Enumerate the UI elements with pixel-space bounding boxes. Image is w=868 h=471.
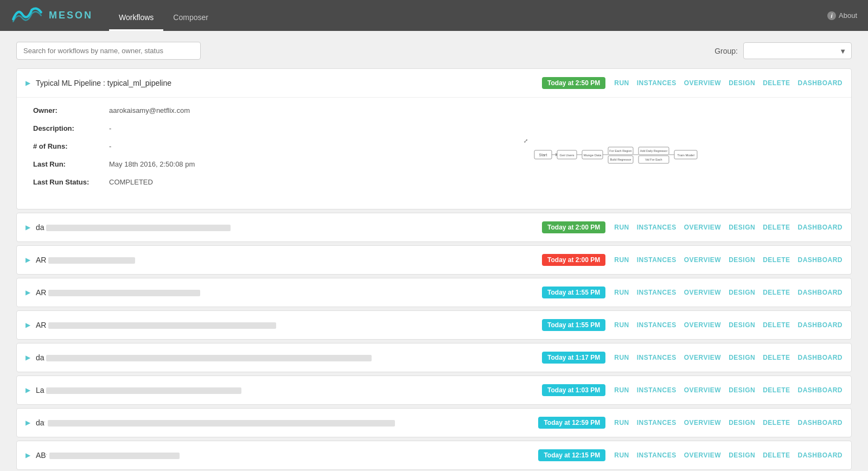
workflow-actions: RUN INSTANCES OVERVIEW DESIGN DELETE DAS…	[614, 256, 843, 264]
workflow-card: ▶ AR Today at 1:55 PM RUN INSTANCES OVER…	[16, 278, 852, 307]
expand-icon[interactable]: ▶	[25, 289, 30, 296]
logo-icon	[11, 5, 43, 27]
dashboard-link[interactable]: DASHBOARD	[798, 224, 843, 231]
run-link[interactable]: RUN	[614, 419, 629, 427]
run-link[interactable]: RUN	[614, 451, 629, 459]
overview-link[interactable]: OVERVIEW	[684, 354, 721, 361]
instances-link[interactable]: INSTANCES	[637, 386, 676, 394]
instances-link[interactable]: INSTANCES	[637, 79, 676, 87]
tab-composer[interactable]: Composer	[163, 0, 218, 31]
overview-link[interactable]: OVERVIEW	[684, 321, 721, 329]
time-badge: Today at 12:59 PM	[538, 417, 605, 429]
owner-value: aarokaisamy@netflix.com	[109, 106, 190, 114]
workflow-name: da	[36, 223, 542, 232]
expand-icon[interactable]: ▶	[25, 256, 30, 264]
overview-link[interactable]: OVERVIEW	[684, 386, 721, 394]
dashboard-link[interactable]: DASHBOARD	[798, 419, 843, 427]
about-button[interactable]: i About	[827, 11, 857, 20]
pipeline-preview: ⤢ Start Get Users Munge Data	[445, 106, 835, 196]
design-link[interactable]: DESIGN	[729, 79, 755, 87]
group-control: Group: ▼	[714, 42, 852, 59]
instances-link[interactable]: INSTANCES	[637, 419, 676, 427]
overview-link[interactable]: OVERVIEW	[684, 451, 721, 459]
workflow-card: ▶ La Today at 1:03 PM RUN INSTANCES OVER…	[16, 375, 852, 405]
svg-text:⤢: ⤢	[524, 138, 528, 144]
workflow-card: ▶ da. Today at 12:59 PM RUN INSTANCES OV…	[16, 408, 852, 437]
overview-link[interactable]: OVERVIEW	[684, 79, 721, 87]
run-link[interactable]: RUN	[614, 79, 629, 87]
run-link[interactable]: RUN	[614, 224, 629, 231]
overview-link[interactable]: OVERVIEW	[684, 289, 721, 296]
workflow-row: ▶ AR Today at 2:00 PM RUN INSTANCES OVER…	[17, 246, 851, 274]
delete-link[interactable]: DELETE	[763, 79, 790, 87]
dashboard-link[interactable]: DASHBOARD	[798, 321, 843, 329]
workflow-actions: RUN INSTANCES OVERVIEW DESIGN DELETE DAS…	[614, 79, 843, 87]
design-link[interactable]: DESIGN	[729, 386, 755, 394]
delete-link[interactable]: DELETE	[763, 451, 790, 459]
design-link[interactable]: DESIGN	[729, 224, 755, 231]
detail-table: Owner: aarokaisamy@netflix.com Descripti…	[33, 106, 423, 196]
overview-link[interactable]: OVERVIEW	[684, 224, 721, 231]
overview-link[interactable]: OVERVIEW	[684, 419, 721, 427]
svg-text:Train Model: Train Model	[677, 154, 694, 157]
run-link[interactable]: RUN	[614, 321, 629, 329]
group-select[interactable]	[743, 42, 852, 59]
dashboard-link[interactable]: DASHBOARD	[798, 386, 843, 394]
workflow-card: ▶ AR Today at 2:00 PM RUN INSTANCES OVER…	[16, 245, 852, 275]
delete-link[interactable]: DELETE	[763, 386, 790, 394]
time-badge: Today at 1:17 PM	[542, 352, 605, 364]
dashboard-link[interactable]: DASHBOARD	[798, 79, 843, 87]
design-link[interactable]: DESIGN	[729, 289, 755, 296]
info-icon: i	[827, 11, 836, 20]
workflow-actions: RUN INSTANCES OVERVIEW DESIGN DELETE DAS…	[614, 224, 843, 231]
tab-workflows[interactable]: Workflows	[109, 0, 163, 31]
delete-link[interactable]: DELETE	[763, 354, 790, 361]
design-link[interactable]: DESIGN	[729, 321, 755, 329]
last-run-row: Last Run: May 18th 2016, 2:50:08 pm	[33, 160, 423, 168]
run-link[interactable]: RUN	[614, 256, 629, 264]
design-link[interactable]: DESIGN	[729, 451, 755, 459]
instances-link[interactable]: INSTANCES	[637, 354, 676, 361]
design-link[interactable]: DESIGN	[729, 419, 755, 427]
expand-icon[interactable]: ▶	[25, 354, 30, 361]
expand-icon[interactable]: ▶	[25, 321, 30, 329]
dashboard-link[interactable]: DASHBOARD	[798, 451, 843, 459]
delete-link[interactable]: DELETE	[763, 321, 790, 329]
workflow-row: ▶ La Today at 1:03 PM RUN INSTANCES OVER…	[17, 376, 851, 404]
expand-icon[interactable]: ▶	[25, 224, 30, 231]
design-link[interactable]: DESIGN	[729, 256, 755, 264]
expand-icon[interactable]: ▶	[25, 451, 30, 459]
dashboard-link[interactable]: DASHBOARD	[798, 256, 843, 264]
workflow-detail: Owner: aarokaisamy@netflix.com Descripti…	[17, 97, 851, 209]
workflow-name: AB.	[36, 451, 538, 460]
run-link[interactable]: RUN	[614, 386, 629, 394]
run-link[interactable]: RUN	[614, 289, 629, 296]
instances-link[interactable]: INSTANCES	[637, 224, 676, 231]
about-label: About	[839, 11, 857, 20]
time-badge: Today at 1:55 PM	[542, 319, 605, 331]
instances-link[interactable]: INSTANCES	[637, 256, 676, 264]
instances-link[interactable]: INSTANCES	[637, 451, 676, 459]
run-link[interactable]: RUN	[614, 354, 629, 361]
workflow-row: ▶ AR Today at 1:55 PM RUN INSTANCES OVER…	[17, 278, 851, 307]
expand-icon[interactable]: ▶	[25, 419, 30, 427]
delete-link[interactable]: DELETE	[763, 256, 790, 264]
search-input[interactable]	[16, 42, 201, 60]
main-nav: Workflows Composer	[109, 0, 218, 31]
instances-link[interactable]: INSTANCES	[637, 321, 676, 329]
expand-icon[interactable]: ▶	[25, 386, 30, 394]
time-badge: Today at 1:03 PM	[542, 384, 605, 396]
delete-link[interactable]: DELETE	[763, 419, 790, 427]
workflow-card: ▶ AB. Today at 12:15 PM RUN INSTANCES OV…	[16, 441, 852, 470]
design-link[interactable]: DESIGN	[729, 354, 755, 361]
instances-link[interactable]: INSTANCES	[637, 289, 676, 296]
dashboard-link[interactable]: DASHBOARD	[798, 289, 843, 296]
app-header: MESON Workflows Composer i About	[0, 0, 868, 31]
delete-link[interactable]: DELETE	[763, 289, 790, 296]
overview-link[interactable]: OVERVIEW	[684, 256, 721, 264]
delete-link[interactable]: DELETE	[763, 224, 790, 231]
dashboard-link[interactable]: DASHBOARD	[798, 354, 843, 361]
workflow-name: La	[36, 386, 542, 394]
workflow-row: ▶ AR Today at 1:55 PM RUN INSTANCES OVER…	[17, 311, 851, 339]
expand-icon[interactable]: ▶	[25, 79, 30, 87]
